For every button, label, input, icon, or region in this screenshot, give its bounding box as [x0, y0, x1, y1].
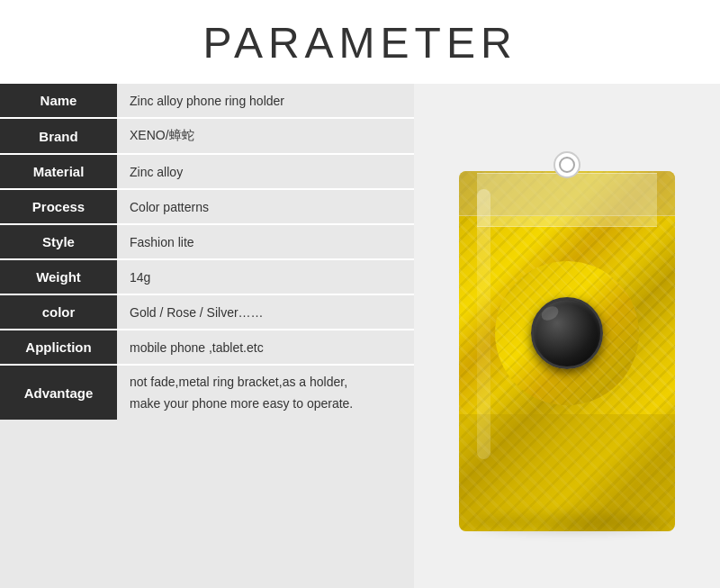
table-row: Advantage not fade,metal ring bracket,as… [0, 366, 414, 420]
value-material: Zinc alloy [117, 155, 414, 188]
table-row: Process Color patterns [0, 190, 414, 225]
advantage-line1: not fade,metal ring bracket,as a holder, [130, 375, 347, 389]
label-weight: Weight [0, 260, 117, 294]
label-appliction: Appliction [0, 330, 117, 364]
label-process: Process [0, 190, 117, 223]
value-color: Gold / Rose / Silver…… [117, 295, 414, 329]
table-row: color Gold / Rose / Silver…… [0, 295, 414, 330]
ring-holder-product [531, 297, 603, 369]
label-name: Name [0, 84, 117, 117]
page-title: PARAMETER [0, 0, 720, 84]
table-row: Weight 14g [0, 260, 414, 295]
value-process: Color patterns [117, 190, 414, 223]
table-row: Brand XENO/蟑蛇 [0, 119, 414, 155]
table-row: Material Zinc alloy [0, 155, 414, 190]
bag-clear-window [477, 173, 657, 227]
label-style: Style [0, 225, 117, 258]
value-appliction: mobile phone ,tablet.etc [117, 330, 414, 364]
label-brand: Brand [0, 119, 117, 153]
advantage-line2: make your phone more easy to operate. [130, 396, 353, 411]
bag-product-window [495, 261, 639, 405]
product-packaging [446, 144, 688, 531]
bag-bottom-area [459, 414, 675, 531]
table-row: Style Fashion lite [0, 225, 414, 260]
label-advantage: Advantage [0, 366, 117, 420]
label-color: color [0, 295, 117, 329]
value-brand: XENO/蟑蛇 [117, 119, 414, 153]
product-image-section [414, 84, 720, 588]
parameter-table: Name Zinc alloy phone ring holder Brand … [0, 84, 414, 588]
value-weight: 14g [117, 260, 414, 294]
bag-hang-hole [554, 151, 580, 178]
bag-highlight [477, 189, 490, 459]
value-name: Zinc alloy phone ring holder [117, 84, 414, 117]
value-advantage: not fade,metal ring bracket,as a holder,… [117, 366, 414, 420]
value-style: Fashion lite [117, 225, 414, 258]
table-row: Appliction mobile phone ,tablet.etc [0, 330, 414, 366]
main-content: Name Zinc alloy phone ring holder Brand … [0, 84, 720, 588]
label-material: Material [0, 155, 117, 188]
table-row: Name Zinc alloy phone ring holder [0, 84, 414, 119]
